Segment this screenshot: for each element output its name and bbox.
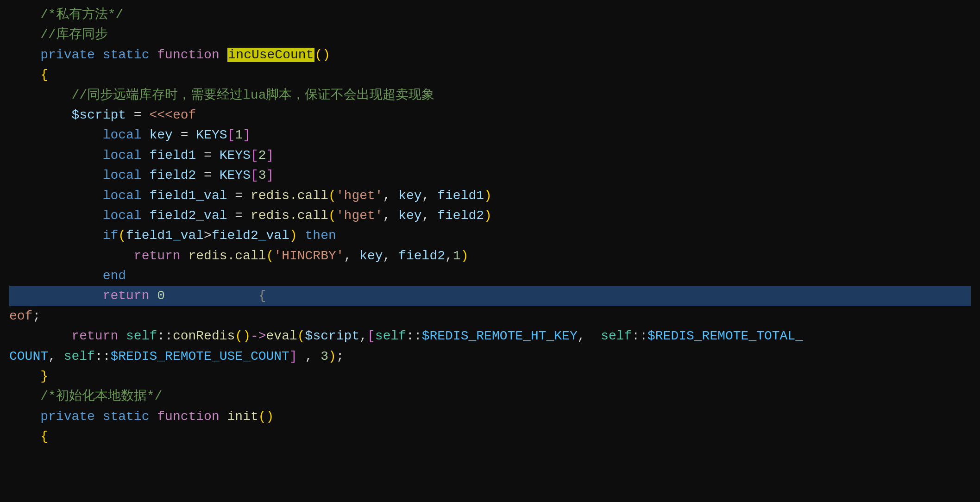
paren-close: ): [243, 329, 251, 343]
heredoc-start: <<<eof: [149, 108, 196, 122]
const-redis-ht-key: $REDIS_REMOTE_HT_KEY: [422, 329, 578, 343]
lua-end: end: [103, 269, 126, 283]
space: [149, 48, 157, 62]
code-line: local field1_val = redis.call('hget', ke…: [9, 186, 971, 206]
arrow: ->: [251, 329, 266, 343]
keyword-private: private: [40, 409, 95, 424]
space: [220, 409, 227, 424]
space: [188, 128, 196, 142]
brace-close: }: [40, 369, 48, 383]
code-line: {: [9, 427, 971, 446]
indent: [9, 269, 103, 283]
bracket-close: ]: [266, 168, 274, 182]
indent: [9, 68, 40, 82]
var-field1-val: field1_val: [149, 188, 227, 203]
code-line: eof;: [9, 306, 971, 326]
var-script: $script: [305, 329, 360, 343]
comma: ,: [578, 329, 601, 343]
paren-open: (: [235, 329, 243, 343]
space: [220, 48, 227, 62]
space: [142, 168, 150, 182]
equals: =: [235, 208, 243, 223]
code-line: //库存同步: [9, 25, 971, 44]
var-keys: KEYS: [220, 148, 251, 163]
self-keyword: self: [126, 329, 157, 343]
space: [149, 289, 157, 303]
keyword-static: static: [103, 409, 150, 424]
var-script: $script: [71, 108, 126, 122]
code-line: {: [9, 65, 971, 85]
bracket-close: ]: [243, 128, 251, 142]
code-line: $script = <<<eof: [9, 105, 971, 125]
count-suffix: COUNT: [9, 349, 48, 364]
equals: =: [134, 108, 142, 122]
doublecolon: ::: [157, 329, 173, 343]
string-hget: 'hget': [336, 208, 383, 223]
redis-func: redis.call: [251, 208, 328, 223]
lua-local: local: [103, 188, 142, 203]
indent: [9, 329, 71, 343]
var-field2-val: field2_val: [149, 208, 227, 223]
var-keys: KEYS: [220, 168, 251, 182]
equals: =: [204, 168, 212, 182]
equals: =: [181, 128, 188, 142]
space: ,: [297, 349, 320, 364]
paren-open: (: [118, 228, 126, 243]
bracket-close: ]: [289, 349, 297, 364]
keyword-return: return: [134, 249, 181, 263]
redis-func: redis.call: [251, 188, 328, 203]
lua-local: local: [103, 208, 142, 223]
keyword-return: return: [103, 289, 150, 303]
comma: ,: [383, 208, 399, 223]
code-editor: /*私有方法*/ //库存同步 private static function …: [0, 0, 980, 502]
code-line: COUNT, self::$REDIS_REMOTE_USE_COUNT] , …: [9, 346, 971, 366]
indent: [9, 168, 103, 182]
code-line: return redis.call('HINCRBY', key, field2…: [9, 246, 971, 266]
string-hget: 'hget': [336, 188, 383, 203]
lua-then: then: [305, 228, 336, 243]
indent: [9, 188, 103, 203]
bracket-open: [: [251, 168, 258, 182]
paren-close: ): [461, 249, 469, 263]
rest-space: [165, 289, 258, 303]
var-field1: field1: [149, 148, 196, 163]
number-2: 2: [258, 148, 266, 163]
paren-open: (: [328, 208, 336, 223]
brace-open: {: [40, 429, 48, 444]
paren-open: (: [328, 188, 336, 203]
code-line: local field1 = KEYS[2]: [9, 145, 971, 165]
var-field2: field2: [149, 168, 196, 182]
comment: /*私有方法*/: [9, 7, 123, 22]
bracket-close: ]: [266, 148, 274, 163]
space: [196, 168, 204, 182]
function-init: init: [227, 409, 258, 424]
lua-if: if: [103, 228, 119, 243]
var-field1-val: field1_val: [126, 228, 204, 243]
lua-local: local: [103, 148, 142, 163]
comma: ,: [422, 188, 438, 203]
bracket-open: [: [251, 148, 258, 163]
paren-open: (: [266, 249, 274, 263]
indent: [9, 208, 103, 223]
code-line: local field2 = KEYS[3]: [9, 165, 971, 185]
keyword-function: function: [157, 409, 219, 424]
space: [118, 329, 126, 343]
code-line: local key = KEYS[1]: [9, 125, 971, 145]
code-line: /*初始化本地数据*/: [9, 386, 971, 406]
doublecolon: ::: [95, 349, 111, 364]
comma: ,: [359, 329, 367, 343]
var-key: key: [398, 188, 421, 203]
space: [181, 249, 188, 263]
space: [95, 48, 103, 62]
space: [142, 188, 150, 203]
const-redis-use-count: $REDIS_REMOTE_USE_COUNT: [110, 349, 289, 364]
paren-close: ): [484, 188, 492, 203]
number-0: 0: [157, 289, 165, 303]
equals: =: [204, 148, 212, 163]
number-3: 3: [320, 349, 328, 364]
space: [227, 208, 235, 223]
space: [142, 128, 150, 142]
var-key: key: [359, 249, 383, 263]
space: [95, 409, 103, 424]
indent: [9, 228, 103, 243]
